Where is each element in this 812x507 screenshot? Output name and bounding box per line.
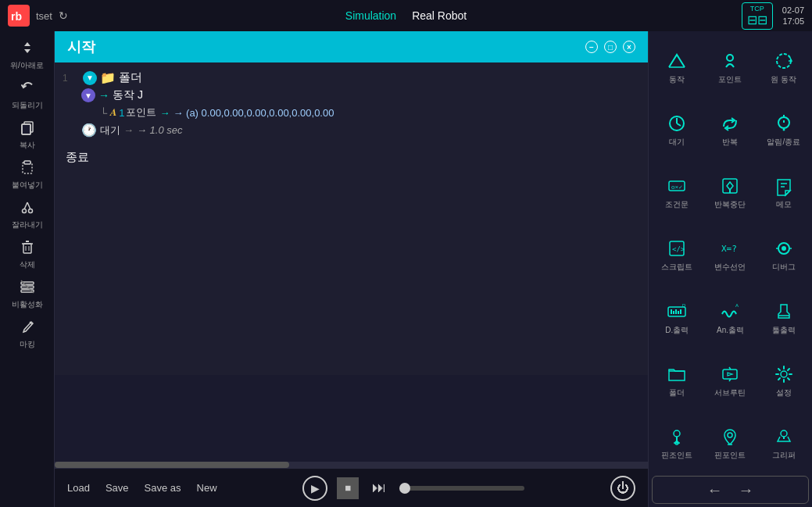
close-btn[interactable]: × — [623, 41, 635, 53]
right-item-pin-point[interactable]: 핀포인트 — [705, 413, 755, 473]
settings-icon — [773, 362, 795, 386]
progress-bar[interactable] — [399, 486, 524, 491]
sidebar-item-label: 잘라내기 — [12, 220, 43, 230]
expand-button[interactable]: ▼ — [81, 88, 95, 102]
refresh-icon[interactable]: ↻ — [59, 9, 68, 22]
svg-line-10 — [27, 202, 30, 209]
sidebar-item-mark[interactable]: 마킹 — [4, 315, 51, 353]
right-item-script[interactable]: </> 스크립트 — [652, 225, 702, 284]
d-output-icon: D — [666, 300, 688, 323]
point-index: 1 — [119, 107, 124, 119]
right-item-circle[interactable]: 원 동작 — [759, 37, 809, 97]
start-label: 시작 — [67, 37, 95, 56]
right-item-settings[interactable]: 설정 — [759, 351, 809, 410]
sidebar-item-label: 위/아래로 — [10, 60, 44, 71]
minimize-btn[interactable]: − — [585, 41, 598, 53]
header-left: rb tset ↻ — [8, 5, 68, 27]
right-item-wait[interactable]: 대기 — [652, 100, 702, 159]
right-item-label: 알림/종료 — [767, 137, 800, 148]
right-item-label: 대기 — [669, 137, 685, 148]
right-item-label: 핀조인트 — [661, 450, 692, 461]
svg-point-21 — [727, 55, 733, 61]
sidebar-item-paste[interactable]: 붙여넣기 — [4, 155, 51, 194]
table-row: └ 𝑨 1 포인트 → → (a) 0.00,0.00,0.00,0.00,0.… — [100, 104, 640, 121]
scroll-track[interactable] — [55, 462, 648, 468]
disable-icon — [19, 278, 36, 298]
right-item-debug[interactable]: 디버그 — [759, 225, 809, 284]
right-item-tool-output[interactable]: 툴출력 — [759, 288, 809, 348]
right-item-point[interactable]: 포인트 — [705, 37, 755, 97]
program-area: 시작 − □ × 1 ▼ 📁 폴더 ▼ → — [55, 31, 648, 462]
right-item-breakpoint[interactable]: 반복중단 — [705, 162, 755, 222]
svg-text:D: D — [682, 303, 686, 308]
skip-button[interactable]: ⏭ — [368, 477, 390, 499]
simulation-button[interactable]: Simulation — [345, 9, 396, 22]
tcp-status: TCP ⊟⊟ — [742, 2, 773, 30]
branch-icon: └ — [100, 107, 107, 119]
progress-container — [399, 486, 524, 491]
sidebar-item-label: 복사 — [20, 140, 35, 151]
center-content: 시작 − □ × 1 ▼ 📁 폴더 ▼ → — [55, 31, 648, 507]
project-title: tset — [36, 10, 52, 22]
sidebar-item-up-down[interactable]: 위/아래로 — [4, 36, 51, 74]
real-robot-button[interactable]: Real Robot — [412, 9, 467, 22]
right-item-motion[interactable]: 동작 — [652, 37, 702, 97]
sidebar-item-copy[interactable]: 복사 — [4, 116, 51, 154]
pin-point-icon — [719, 425, 741, 448]
sidebar-item-cut[interactable]: 잘라내기 — [4, 195, 51, 234]
scroll-thumb[interactable] — [55, 462, 289, 468]
motion-label: 동작 J — [113, 88, 143, 102]
delete-icon — [19, 238, 36, 258]
right-item-gripper[interactable]: 그리퍼 — [759, 413, 809, 473]
save-as-button[interactable]: Save as — [145, 482, 181, 494]
right-item-folder[interactable]: 폴더 — [652, 351, 702, 410]
memo-icon — [773, 174, 795, 198]
svg-point-7 — [22, 209, 26, 213]
header: rb tset ↻ Simulation Real Robot TCP ⊟⊟ 0… — [0, 0, 812, 31]
datetime: 02-07 17:05 — [782, 5, 804, 27]
save-button[interactable]: Save — [106, 482, 129, 494]
sidebar-item-disable[interactable]: 비활성화 — [4, 275, 51, 313]
power-button[interactable]: ⏻ — [610, 476, 635, 501]
undo-icon — [19, 79, 36, 98]
end-label: 종료 — [66, 150, 640, 165]
maximize-btn[interactable]: □ — [604, 41, 617, 53]
line-number: 1 — [63, 73, 78, 84]
pin-joint-icon — [666, 425, 688, 448]
play-button[interactable]: ▶ — [302, 476, 327, 501]
right-item-alarm[interactable]: 알림/종료 — [759, 100, 809, 159]
right-item-label: 포인트 — [718, 74, 742, 85]
right-item-condition[interactable]: o× ✓ 조건문 — [652, 162, 702, 222]
right-item-d-output[interactable]: D D.출력 — [652, 288, 702, 348]
right-item-subroutine[interactable]: 서브루틴 — [705, 351, 755, 410]
sidebar-item-label: 마킹 — [20, 339, 35, 350]
right-item-label: 반복중단 — [714, 199, 746, 210]
nav-arrows[interactable]: ← → — [652, 476, 809, 504]
svg-line-9 — [24, 202, 27, 209]
sidebar-item-label: 되돌리기 — [12, 100, 43, 111]
right-item-label: 조건문 — [665, 199, 689, 210]
right-item-memo[interactable]: 메모 — [759, 162, 809, 222]
svg-point-61 — [781, 430, 787, 437]
right-item-repeat[interactable]: 반복 — [705, 100, 755, 159]
right-item-pin-joint[interactable]: 핀조인트 — [652, 413, 702, 473]
play-icon: ▶ — [311, 482, 320, 495]
sidebar-item-undo[interactable]: 되돌리기 — [4, 76, 51, 114]
right-sidebar: 동작 포인트 원 — [648, 31, 812, 507]
right-arrow-icon: → — [739, 481, 754, 499]
load-button[interactable]: Load — [67, 482, 90, 494]
right-item-label: 폴더 — [669, 387, 685, 398]
right-item-label: 반복 — [722, 137, 738, 148]
svg-rect-53 — [723, 370, 737, 379]
progress-thumb[interactable] — [399, 483, 410, 494]
tree-container: 1 ▼ 📁 폴더 ▼ → 동작 J └ 𝑨 1 포인트 → — [55, 62, 648, 375]
right-item-an-output[interactable]: A An.출력 — [705, 288, 755, 348]
debug-icon — [773, 237, 795, 260]
sidebar-item-delete[interactable]: 삭제 — [4, 235, 51, 273]
mark-icon — [19, 318, 36, 337]
tcp-label: TCP — [750, 5, 764, 12]
right-item-variable[interactable]: X=? 변수선언 — [705, 225, 755, 284]
expand-button[interactable]: ▼ — [83, 71, 97, 85]
stop-button[interactable]: ■ — [337, 477, 359, 499]
new-button[interactable]: New — [197, 482, 217, 494]
